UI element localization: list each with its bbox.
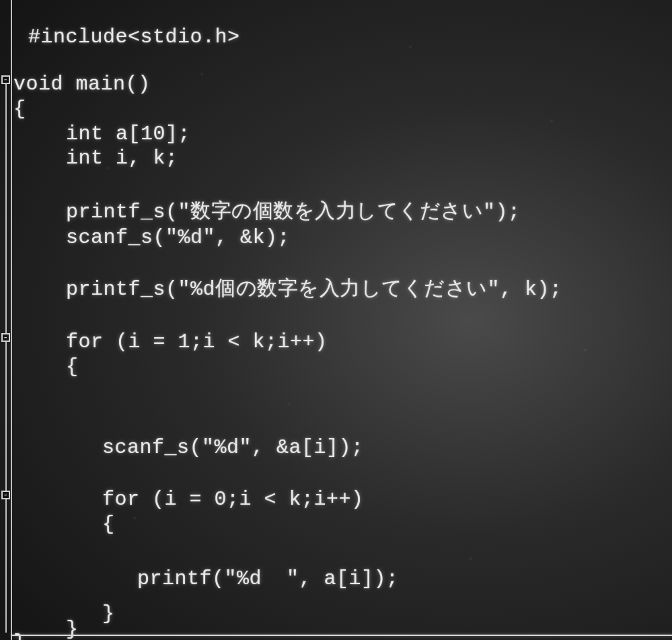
code-line[interactable]: printf_s("数字の個数を入力してください"); [66,202,521,222]
code-line[interactable]: { [13,99,26,119]
code-line[interactable]: { [102,514,115,534]
code-line[interactable]: { [66,357,79,377]
code-area[interactable]: #include<stdio.h> void main() { int a[10… [13,0,63,384]
fold-gutter: - - - [0,0,12,640]
code-line[interactable]: #include<stdio.h> [28,27,240,47]
code-line[interactable]: } [13,633,26,640]
code-line[interactable]: } [66,619,79,639]
code-line[interactable]: for (i = 0;i < k;i++) [102,489,364,509]
code-line[interactable]: int a[10]; [66,124,190,144]
code-line[interactable]: int i, k; [66,148,178,168]
code-line[interactable]: } [102,604,115,624]
fold-line [5,84,7,333]
code-line[interactable]: scanf_s("%d", &k); [66,227,290,248]
code-editor[interactable]: - - - #include<stdio.h> void main() { in… [0,0,672,640]
code-line[interactable]: void main() [13,74,151,94]
code-line[interactable]: printf_s("%d個の数字を入力してください", k); [66,279,562,299]
fold-toggle[interactable]: - [1,333,10,342]
code-line[interactable]: for (i = 1;i < k;i++) [66,332,328,352]
code-line[interactable]: scanf_s("%d", &a[i]); [102,437,364,458]
horizontal-rule [11,635,672,636]
fold-line [5,499,7,633]
fold-toggle[interactable]: - [1,75,10,84]
fold-line [5,342,7,491]
fold-toggle[interactable]: - [1,491,10,499]
code-line[interactable]: printf("%d ", a[i]); [137,569,399,589]
